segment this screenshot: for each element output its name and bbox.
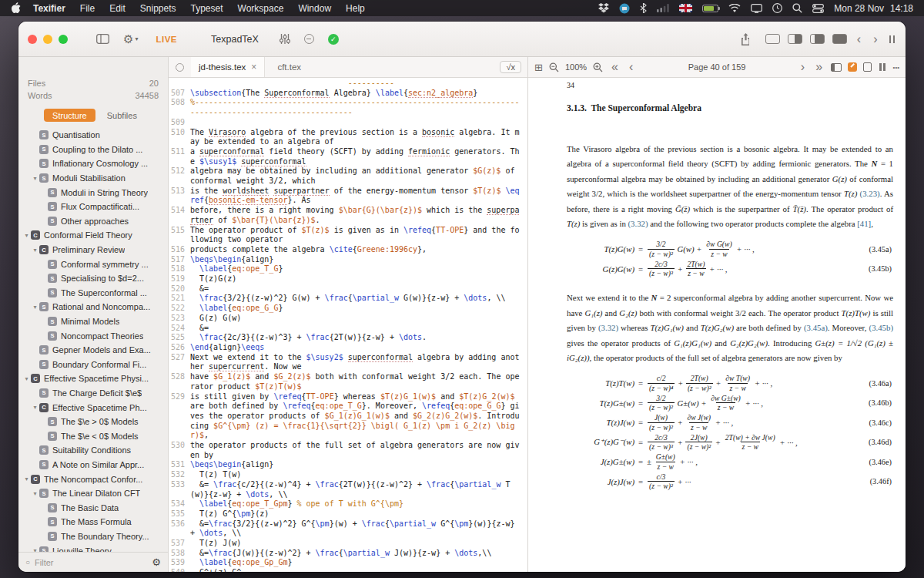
forward-button[interactable]: › bbox=[871, 33, 879, 45]
first-page-button[interactable]: « bbox=[609, 61, 621, 73]
code-line[interactable]: 540 G^+(z) G^- bbox=[169, 568, 527, 572]
code-line[interactable]: 536 &=\frac{3/2}{(z-w)^2} G^{\pm}(w) + \… bbox=[169, 519, 527, 539]
close-button[interactable] bbox=[28, 35, 37, 44]
dropbox-icon[interactable] bbox=[598, 3, 609, 13]
code-line[interactable]: 510The Virasoro algebra of the previous … bbox=[169, 128, 527, 147]
code-line[interactable]: 517\beqs\begin{align} bbox=[169, 255, 527, 265]
code-line[interactable]: 519 T(z)G(z) bbox=[169, 274, 527, 284]
tree-item[interactable]: ▾CPreliminary Review bbox=[18, 243, 168, 257]
display-icon[interactable] bbox=[751, 4, 762, 13]
menu-item-edit[interactable]: Edit bbox=[109, 3, 126, 14]
tree-item[interactable]: SCoupling to the Dilato ... bbox=[18, 143, 168, 157]
code-line[interactable]: 538 &=\frac{J(w)}{(z-w)^2} + \frac{\part… bbox=[169, 549, 527, 559]
pause-typeset-button[interactable] bbox=[888, 35, 897, 43]
tree-item[interactable]: ▾SThe Linear Dilaton CFT bbox=[18, 486, 168, 501]
next-page-button[interactable]: › bbox=[798, 61, 807, 73]
code-line[interactable]: 521 \frac{3/2}{(z-w)^2} G(w) + \frac{\pa… bbox=[169, 294, 527, 304]
layout-editor-only-button[interactable] bbox=[765, 34, 780, 44]
tree-item[interactable]: SGepner Models and Exa... bbox=[18, 343, 168, 358]
tree-item[interactable]: SOther approaches bbox=[18, 214, 168, 229]
code-line[interactable]: 526\end{align}\eeqs bbox=[169, 343, 527, 353]
code-line[interactable]: 508%------------------------------------… bbox=[169, 98, 527, 117]
thumbnails-icon[interactable]: ⊞ bbox=[534, 62, 543, 73]
pause-preview-button[interactable] bbox=[878, 63, 887, 71]
last-page-button[interactable]: » bbox=[813, 61, 825, 73]
code-line[interactable]: 523 G(z) G(w) bbox=[169, 314, 527, 324]
layout-pdf-only-button[interactable] bbox=[832, 34, 847, 44]
code-line[interactable]: 509 bbox=[169, 118, 527, 128]
tree-item[interactable]: SConformal symmetry ... bbox=[18, 257, 168, 271]
math-preview-button[interactable]: √x bbox=[500, 61, 521, 73]
code-line[interactable]: 511a superconformal field theory (SCFT) … bbox=[169, 147, 527, 166]
tree-item[interactable]: SThe Boundary Theory... bbox=[18, 529, 168, 544]
annotate-icon[interactable] bbox=[848, 62, 857, 72]
tab-subfiles[interactable]: Subfiles bbox=[102, 109, 142, 122]
menu-item-texifier[interactable]: Texifier bbox=[33, 3, 65, 14]
apple-menu[interactable] bbox=[11, 2, 21, 14]
tree-item[interactable]: SModuli in String Theory bbox=[18, 185, 168, 200]
menu-item-workspace[interactable]: Workspace bbox=[238, 3, 284, 14]
previous-page-button[interactable]: ‹ bbox=[627, 61, 635, 73]
tree-item[interactable]: SMinimal Models bbox=[18, 314, 168, 329]
tree-item[interactable]: SThe $\e < 0$ Models bbox=[18, 428, 168, 443]
pages-icon[interactable] bbox=[863, 62, 872, 72]
chat-app-icon[interactable] bbox=[619, 3, 630, 14]
tree-item[interactable]: ▾CEffective Spacetime Physi... bbox=[18, 371, 168, 386]
code-line[interactable]: 514before, there is a right moving $\bar… bbox=[169, 206, 527, 225]
structure-tree[interactable]: SQuantisationSCoupling to the Dilato ...… bbox=[18, 126, 168, 552]
tree-item[interactable]: SThe Mass Formula bbox=[18, 515, 168, 529]
code-line[interactable]: 515The operator product of $T(z)$ is giv… bbox=[169, 226, 527, 245]
tree-item[interactable]: SThe Basic Data bbox=[18, 500, 168, 515]
chevron-down-icon[interactable]: ▾ bbox=[22, 375, 31, 382]
tree-item[interactable]: SSuitability Conditions bbox=[18, 443, 168, 458]
uk-flag-icon[interactable] bbox=[679, 4, 692, 12]
code-line[interactable]: 530the operator products of the full set… bbox=[169, 441, 527, 460]
chevron-down-icon[interactable]: ▾ bbox=[31, 175, 39, 182]
code-line[interactable]: 535 T(z) G^{\pm}(z) bbox=[169, 509, 527, 519]
tab-cft[interactable]: cft.tex bbox=[265, 57, 313, 77]
control-center-icon[interactable] bbox=[812, 4, 824, 13]
code-line[interactable]: 512algebra may be obtained by including … bbox=[169, 166, 527, 186]
tree-item[interactable]: ▾SLiouville Theory bbox=[18, 543, 168, 552]
tree-item[interactable]: ▾CThe Noncompact Confor... bbox=[18, 472, 168, 486]
menu-item-snippets[interactable]: Snippets bbox=[140, 3, 176, 14]
tree-item[interactable]: SNoncompact Theories bbox=[18, 328, 168, 343]
code-line[interactable]: 529is still given by \refeq{TT-OPE} wher… bbox=[169, 392, 527, 442]
typeset-status-icon[interactable] bbox=[304, 34, 314, 44]
tree-item[interactable]: SBoundary Conformal Fi... bbox=[18, 358, 168, 372]
wifi-icon[interactable] bbox=[728, 4, 741, 13]
tree-item[interactable]: ▾CEffective Spacetime Ph... bbox=[18, 400, 168, 415]
chevron-down-icon[interactable]: ▾ bbox=[31, 404, 39, 411]
tree-item[interactable]: SFlux Compactificati... bbox=[18, 200, 168, 214]
tree-item[interactable]: ▾SModuli Stabilisation bbox=[18, 171, 168, 186]
menu-clock[interactable]: Mon 28 Nov 14:18 bbox=[834, 3, 913, 14]
code-line[interactable]: 539 \label{eq:ope_Gp_Gm} bbox=[169, 558, 527, 568]
engine-label[interactable]: TexpadTeX bbox=[211, 34, 259, 45]
filter-input[interactable] bbox=[35, 558, 147, 567]
code-line[interactable]: 516products complete the algebra \cite{G… bbox=[169, 245, 527, 255]
pdf-page[interactable]: 34 3.1.3. The Superconformal Algebra The… bbox=[528, 78, 906, 572]
zoom-in-icon[interactable] bbox=[593, 62, 603, 72]
layout-pdf-focus-button[interactable] bbox=[810, 34, 825, 44]
code-line[interactable]: ---------- bbox=[169, 79, 527, 89]
tree-item[interactable]: SThe $\e > 0$ Models bbox=[18, 415, 168, 429]
tree-item[interactable]: SThe Charge Deficit $\e$ bbox=[18, 386, 168, 401]
battery-icon[interactable] bbox=[702, 5, 718, 12]
tree-item[interactable]: ▾CConformal Field Theory bbox=[18, 228, 168, 243]
code-line[interactable]: 507\subsection{The Superconformal Algebr… bbox=[169, 89, 527, 99]
more-options-icon[interactable]: ••• bbox=[893, 64, 899, 71]
code-area[interactable]: ----------507\subsection{The Superconfor… bbox=[169, 78, 527, 572]
code-line[interactable]: 532 T(z) T(w) bbox=[169, 470, 527, 480]
menu-item-window[interactable]: Window bbox=[298, 3, 331, 14]
code-line[interactable]: 528have $G_1(z)$ and $G_2(z)$ both with … bbox=[169, 372, 527, 391]
tab-structure[interactable]: Structure bbox=[44, 109, 95, 122]
code-line[interactable]: 527Next we extend it to the $\susy2$ sup… bbox=[169, 353, 527, 372]
menu-item-file[interactable]: File bbox=[80, 3, 95, 14]
close-tab-icon[interactable]: × bbox=[251, 62, 256, 72]
code-line[interactable]: 534 \label{eq:ope_T_Gpm} % ope of T with… bbox=[169, 499, 527, 509]
tree-item[interactable]: SA Note on Similar Appr... bbox=[18, 458, 168, 472]
tree-item[interactable]: SThe Superconformal ... bbox=[18, 286, 168, 301]
code-line[interactable]: 524 &= bbox=[169, 324, 527, 334]
code-line[interactable]: 513is the worldsheet superpartner of the… bbox=[169, 187, 527, 206]
chevron-down-icon[interactable]: ▾ bbox=[31, 247, 39, 254]
